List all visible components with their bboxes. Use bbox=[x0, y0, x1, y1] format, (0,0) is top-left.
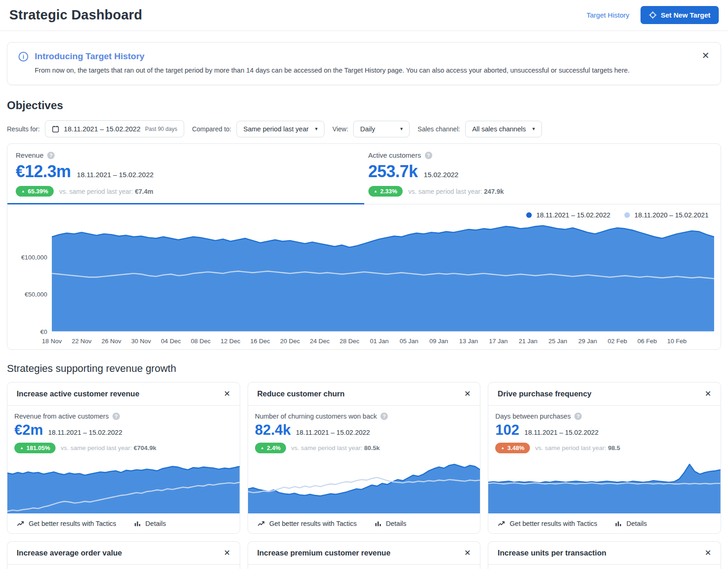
revenue-area-chart bbox=[52, 223, 714, 332]
close-icon[interactable]: ✕ bbox=[464, 390, 471, 398]
x-axis-tick: 16 Dec bbox=[250, 338, 270, 345]
x-axis-tick: 24 Dec bbox=[310, 338, 330, 345]
kpi-tab-active-customers[interactable]: Active customers ? 253.7k 15.02.2022 ▲ 2… bbox=[368, 151, 721, 203]
arrow-up-icon: ▲ bbox=[20, 446, 24, 450]
metric-value: 82.4k bbox=[255, 422, 291, 438]
filters-row: Results for: 18.11.2021 – 15.02.2022 Pas… bbox=[7, 120, 721, 137]
chevron-down-icon: ▾ bbox=[532, 126, 535, 132]
mini-area-chart bbox=[248, 459, 480, 513]
strategy-cards-row-2: Increase average order value ✕ Increase … bbox=[7, 541, 721, 569]
compared-to-label: Compared to: bbox=[192, 125, 231, 133]
kpi-revenue-value: €12.3m bbox=[16, 162, 71, 181]
set-new-target-label: Set New Target bbox=[661, 11, 710, 19]
y-axis-tick: €100,000 bbox=[21, 253, 47, 260]
x-axis-tick: 13 Jan bbox=[459, 338, 478, 345]
chevron-down-icon: ▾ bbox=[315, 126, 318, 132]
bar-chart-icon bbox=[134, 520, 141, 527]
metric-period: 18.11.2021 – 15.02.2022 bbox=[48, 429, 122, 436]
arrow-up-icon: ▲ bbox=[501, 446, 504, 450]
legend-item-previous[interactable]: 18.11.2020 – 15.02.2021 bbox=[624, 211, 709, 219]
strategy-card-increase-premium-customer-revenue: Increase premium customer revenue ✕ bbox=[248, 541, 481, 569]
kpi-revenue-comparison: vs. same period last year: €7.4m bbox=[59, 188, 153, 195]
x-axis-tick: 30 Nov bbox=[131, 338, 151, 345]
objectives-heading: Objectives bbox=[7, 99, 721, 112]
sales-channel-select[interactable]: All sales channels ▾ bbox=[465, 121, 542, 137]
kpi-tab-revenue[interactable]: Revenue ? €12.3m 18.11.2021 – 15.02.2022… bbox=[16, 151, 368, 203]
x-axis-tick: 08 Dec bbox=[191, 338, 211, 345]
strategy-card-drive-purchase-frequency: Drive purchase frequency ✕ Days between … bbox=[488, 382, 721, 534]
revenue-chart: €100,000€50,000€0 bbox=[7, 221, 721, 332]
sales-channel-label: Sales channel: bbox=[417, 125, 460, 133]
x-axis-tick: 04 Dec bbox=[161, 338, 181, 345]
view-label: View: bbox=[332, 125, 348, 133]
target-crosshair-icon bbox=[649, 11, 657, 19]
help-icon[interactable]: ? bbox=[47, 152, 55, 159]
close-icon[interactable]: ✕ bbox=[705, 390, 711, 398]
view-select[interactable]: Daily ▾ bbox=[353, 121, 410, 137]
x-axis-tick: 09 Jan bbox=[429, 338, 448, 345]
target-history-link[interactable]: Target History bbox=[586, 11, 629, 19]
x-axis-tick: 20 Dec bbox=[280, 338, 300, 345]
tactics-link[interactable]: Get better results with Tactics bbox=[257, 519, 357, 527]
comparison-text: vs. same period last year: 80.5k bbox=[291, 444, 380, 451]
help-icon[interactable]: ? bbox=[112, 413, 120, 420]
tactics-link[interactable]: Get better results with Tactics bbox=[498, 519, 597, 527]
date-range-value: 18.11.2021 – 15.02.2022 bbox=[64, 125, 141, 133]
close-icon[interactable]: ✕ bbox=[705, 549, 711, 557]
y-axis-tick: €0 bbox=[40, 328, 47, 335]
objectives-card: Revenue ? €12.3m 18.11.2021 – 15.02.2022… bbox=[7, 143, 721, 350]
card-title: Drive purchase frequency bbox=[498, 389, 591, 398]
set-new-target-button[interactable]: Set New Target bbox=[641, 6, 719, 24]
card-title: Increase premium customer revenue bbox=[257, 549, 391, 557]
strategies-heading: Strategies supporting revenue growth bbox=[7, 363, 721, 375]
top-bar: Strategic Dashboard Target History Set N… bbox=[0, 0, 728, 31]
kpi-customers-comparison: vs. same period last year: 247.9k bbox=[408, 188, 504, 195]
close-icon[interactable]: ✕ bbox=[224, 549, 230, 557]
tactics-link[interactable]: Get better results with Tactics bbox=[17, 519, 116, 527]
metric-label: Revenue from active customers bbox=[14, 413, 109, 420]
change-badge: ▲ 2.4% bbox=[255, 443, 286, 453]
help-icon[interactable]: ? bbox=[574, 413, 582, 420]
kpi-customers-period: 15.02.2022 bbox=[424, 171, 459, 179]
x-axis-tick: 02 Feb bbox=[608, 338, 627, 345]
x-axis-tick: 18 Nov bbox=[42, 338, 62, 345]
compared-to-select[interactable]: Same period last year ▾ bbox=[236, 121, 325, 137]
date-range-hint: Past 90 days bbox=[145, 126, 177, 132]
mini-area-chart bbox=[488, 459, 721, 513]
card-title: Increase active customer revenue bbox=[17, 389, 139, 398]
target-history-banner: i Introducing Target History From now on… bbox=[7, 42, 721, 85]
kpi-customers-value: 253.7k bbox=[368, 162, 418, 181]
banner-title: Introducing Target History bbox=[35, 51, 144, 62]
x-axis-tick: 26 Nov bbox=[101, 338, 121, 345]
date-range-picker[interactable]: 18.11.2021 – 15.02.2022 Past 90 days bbox=[45, 120, 184, 137]
help-icon[interactable]: ? bbox=[380, 413, 388, 420]
x-axis-tick: 22 Nov bbox=[72, 338, 92, 345]
strategy-card-increase-active-customer-revenue: Increase active customer revenue ✕ Reven… bbox=[7, 382, 240, 534]
trend-arrow-icon bbox=[498, 519, 505, 527]
page-title: Strategic Dashboard bbox=[9, 7, 142, 23]
strategy-card-increase-units-per-transaction: Increase units per transaction ✕ bbox=[488, 541, 721, 569]
y-axis-tick: €50,000 bbox=[25, 291, 47, 298]
trend-arrow-icon bbox=[257, 519, 265, 527]
banner-close-icon[interactable]: ✕ bbox=[702, 51, 709, 60]
details-link[interactable]: Details bbox=[134, 519, 166, 527]
details-link[interactable]: Details bbox=[615, 519, 647, 527]
sales-channel-value: All sales channels bbox=[472, 125, 526, 133]
mini-area-chart bbox=[7, 459, 240, 513]
bar-chart-icon bbox=[615, 520, 622, 527]
results-for-label: Results for: bbox=[7, 125, 40, 133]
help-icon[interactable]: ? bbox=[425, 152, 432, 159]
strategy-cards-row: Increase active customer revenue ✕ Reven… bbox=[7, 382, 721, 534]
details-link[interactable]: Details bbox=[374, 519, 406, 527]
legend-item-current[interactable]: 18.11.2021 – 15.02.2022 bbox=[526, 211, 610, 219]
card-title: Increase units per transaction bbox=[498, 549, 606, 557]
metric-label: Days between purchases bbox=[495, 413, 571, 420]
x-axis-tick: 17 Jan bbox=[489, 338, 508, 345]
close-icon[interactable]: ✕ bbox=[464, 549, 471, 557]
change-badge: ▲ 3.48% bbox=[495, 443, 530, 453]
x-axis-tick: 12 Dec bbox=[220, 338, 240, 345]
x-axis-tick: 21 Jan bbox=[519, 338, 538, 345]
close-icon[interactable]: ✕ bbox=[224, 390, 230, 398]
x-axis-tick: 28 Dec bbox=[340, 338, 360, 345]
change-badge: ▲ 181.05% bbox=[14, 443, 56, 453]
